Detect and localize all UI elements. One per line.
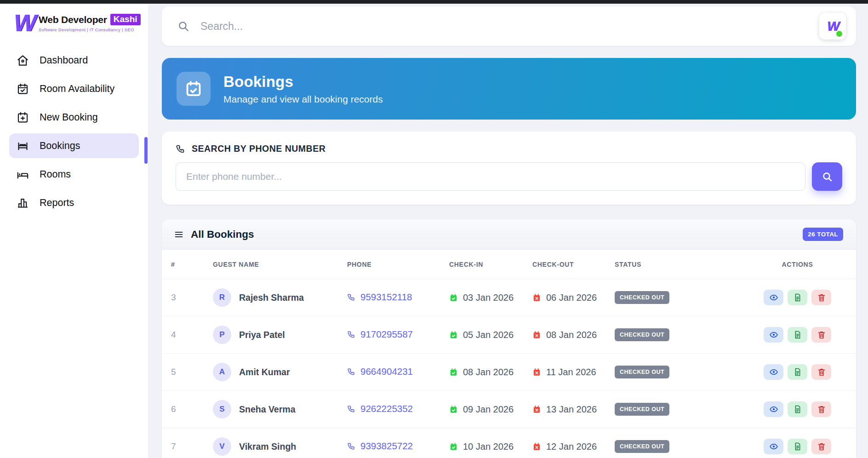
sidebar-item-dashboard[interactable]: Dashboard [9,48,139,73]
calendar-checkin-icon [449,442,458,451]
invoice-icon [793,367,802,377]
guest-cell: V Vikram Singh [213,437,347,456]
page-subtitle: Manage and view all booking records [223,94,383,105]
brand-badge: Kashi [110,14,141,25]
sidebar-item-label: New Booking [40,112,98,123]
view-button[interactable] [764,290,783,305]
delete-button[interactable] [811,364,831,380]
checkin-cell: 09 Jan 2026 [449,404,532,415]
invoice-button[interactable] [788,327,807,343]
checkin-cell: 03 Jan 2026 [449,292,532,303]
column-header-num: # [162,261,213,268]
topbar: W [162,6,856,46]
row-actions [764,364,831,380]
table-row: 4 P Priya Patel 9170295587 05 Jan 2026 0… [162,316,856,354]
column-header-guest: GUEST NAME [213,261,347,268]
checkin-date: 08 Jan 2026 [463,367,514,378]
column-header-actions: ACTIONS [739,261,856,268]
view-button[interactable] [764,401,783,417]
sidebar-item-new-booking[interactable]: New Booking [9,105,139,130]
checkin-date: 05 Jan 2026 [463,330,514,340]
guest-avatar: S [213,400,231,418]
sidebar-item-label: Rooms [40,169,71,180]
brand-monogram-icon: W [14,13,34,33]
checkout-cell: 12 Jan 2026 [532,441,615,452]
calendar-checkout-icon [532,405,541,414]
status-badge: CHECKED OUT [615,403,669,416]
invoice-button[interactable] [788,439,807,454]
view-button[interactable] [764,439,783,454]
guest-phone-link[interactable]: 9262225352 [347,403,413,414]
eye-icon [769,442,778,451]
guest-phone-link[interactable]: 9664904231 [347,366,413,377]
status-badge: CHECKED OUT [615,366,669,378]
view-button[interactable] [764,327,783,343]
guest-cell: A Amit Kumar [213,363,347,381]
guest-name: Priya Patel [239,330,285,340]
sidebar-item-rooms[interactable]: Rooms [9,162,139,187]
phone-search-button[interactable] [812,162,842,191]
sidebar-item-room-availability[interactable]: Room Availability [9,76,139,101]
calendar-checkout-icon [532,293,541,302]
guest-phone-number: 9664904231 [360,366,413,377]
total-count-badge: 26 TOTAL [803,228,843,241]
delete-button[interactable] [811,401,831,417]
calendar-checkout-icon [532,442,541,451]
bookings-rows: 3 R Rajesh Sharma 9593152118 03 Jan 2026… [162,279,856,458]
guest-phone-link[interactable]: 9393825722 [347,441,413,452]
table-row: 3 R Rajesh Sharma 9593152118 03 Jan 2026… [162,279,856,316]
phone-icon [347,330,356,339]
sidebar-item-reports[interactable]: Reports [9,190,139,215]
table-header-row: # GUEST NAME PHONE CHECK-IN CHECK-OUT ST… [162,250,856,279]
guest-phone-link[interactable]: 9170295587 [347,329,413,340]
phone-icon [347,367,356,376]
invoice-icon [793,330,802,339]
checkin-date: 09 Jan 2026 [463,404,514,415]
checkout-date: 11 Jan 2026 [546,367,596,378]
delete-button[interactable] [811,290,831,305]
checkin-cell: 10 Jan 2026 [449,441,532,452]
phone-number-input[interactable] [176,162,805,191]
view-button[interactable] [764,364,783,380]
table-title: All Bookings [191,229,254,240]
status-badge: CHECKED OUT [615,291,669,304]
invoice-button[interactable] [788,401,807,417]
banner-icon-tile [177,72,211,106]
sidebar-item-label: Reports [40,197,74,209]
guest-phone-link[interactable]: 9593152118 [347,292,412,303]
table-row: 6 S Sneha Verma 9262225352 09 Jan 2026 1… [162,391,856,428]
invoice-button[interactable] [788,290,807,305]
checkin-date: 10 Jan 2026 [463,441,514,452]
trash-icon [817,293,826,302]
all-bookings-card: All Bookings 26 TOTAL # GUEST NAME PHONE… [162,219,856,458]
checkout-cell: 08 Jan 2026 [532,330,615,340]
delete-button[interactable] [811,439,831,454]
phone-search-card: SEARCH BY PHONE NUMBER [162,132,856,205]
invoice-button[interactable] [788,364,807,380]
online-status-dot [836,31,842,37]
guest-name: Vikram Singh [239,441,296,452]
table-row: 7 V Vikram Singh 9393825722 10 Jan 2026 … [162,428,856,458]
guest-phone-number: 9593152118 [360,292,412,303]
invoice-icon [793,405,802,414]
guest-cell: P Priya Patel [213,326,347,344]
status-badge: CHECKED OUT [615,440,669,453]
trash-icon [817,442,826,451]
page-title: Bookings [223,73,383,91]
eye-icon [769,330,778,339]
global-search-input[interactable] [200,20,819,33]
delete-button[interactable] [811,327,831,343]
column-header-checkin: CHECK-IN [449,261,532,268]
row-number: 5 [162,367,213,377]
active-item-indicator [144,137,148,164]
checkout-date: 06 Jan 2026 [546,292,597,303]
invoice-icon [793,293,802,302]
checkin-cell: 08 Jan 2026 [449,367,532,378]
avatar[interactable]: W [819,13,846,40]
guest-name: Amit Kumar [239,367,290,378]
bed-icon [17,140,29,152]
row-actions [764,290,831,305]
guest-avatar: P [213,326,231,344]
sidebar-item-bookings[interactable]: Bookings [9,133,139,158]
calendar-checkout-icon [532,331,541,339]
